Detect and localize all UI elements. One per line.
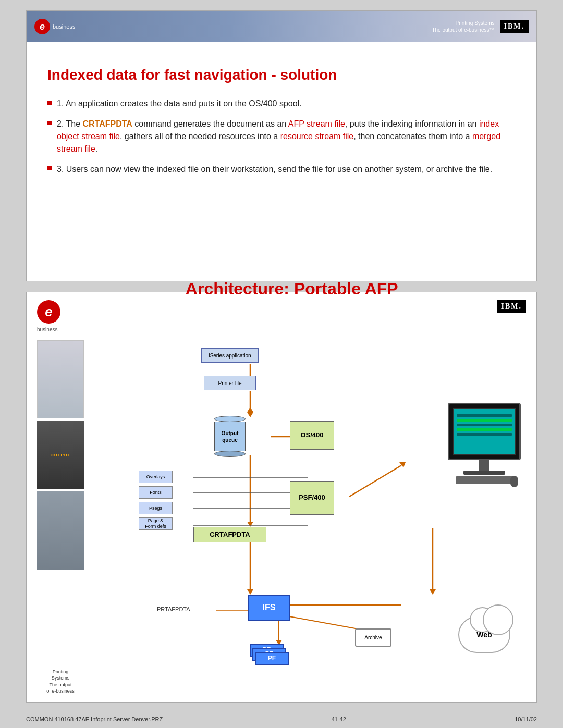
screen-content — [457, 414, 512, 438]
monitor-screen — [448, 403, 521, 460]
svg-marker-24 — [247, 407, 253, 412]
prtafpdta-label: PRTAFPDTA — [157, 606, 190, 612]
crtafpdta-highlight: CRTAFPDTA — [83, 119, 132, 128]
screen-line-1 — [457, 414, 512, 417]
monitor — [448, 403, 521, 484]
afp-stream-highlight: AFP stream file — [288, 119, 345, 128]
strip-footer: Printing Systems The output of e-busines… — [37, 669, 84, 695]
cloud-shape: Web — [458, 616, 510, 653]
monitor-base — [463, 471, 505, 475]
pf-box-3: PF — [255, 652, 289, 665]
footer-left: COMMON 410168 47AE Infoprint Server Denv… — [26, 716, 163, 722]
diagram-area: OUTPUT Printing Systems The output of e-… — [37, 340, 526, 695]
svg-marker-14 — [247, 589, 253, 595]
slide2-ibm-logo: IBM. — [497, 300, 527, 313]
bullet-text-1: 1. An application creates the data and p… — [57, 97, 302, 110]
bullet-icon-3 — [47, 166, 52, 170]
output-queue-cylinder: Output queue — [214, 416, 246, 457]
strip-mid-image: OUTPUT — [37, 421, 84, 489]
strip-top-image — [37, 340, 84, 418]
screen-line-3 — [457, 424, 512, 426]
printer-file-box: Printer file — [204, 376, 256, 390]
header-content: e business Printing Systems The output o… — [27, 11, 536, 42]
slide2-header: e business Architecture: Portable AFP IB… — [37, 300, 526, 332]
slide1-title: Indexed data for fast navigation - solut… — [47, 66, 516, 84]
bullet-item-2: 2. The CRTAFPDTA command generates the d… — [47, 118, 516, 155]
e-logo-icon: e — [34, 19, 50, 34]
footer-center: 41-42 — [332, 716, 346, 722]
header-right: Printing Systems The output of e-busines… — [432, 20, 529, 33]
page-footer: COMMON 410168 47AE Infoprint Server Denv… — [26, 716, 537, 722]
svg-line-20 — [349, 465, 401, 497]
svg-marker-21 — [399, 462, 406, 467]
monitor-screen-inner — [453, 408, 516, 455]
overlays-box: Overlays — [139, 471, 173, 483]
bullet-text-3: 3. Users can now view the indexed file o… — [57, 163, 492, 176]
fonts-box: Fonts — [139, 486, 173, 499]
psf400-box: PSF/400 — [290, 481, 334, 515]
crtafpdta-box: CRTAFPDTA — [193, 527, 266, 542]
cyl-body: Output queue — [214, 422, 246, 451]
slide2-e-logo: e — [37, 300, 60, 324]
slide-1: e business Printing Systems The output o… — [26, 10, 537, 281]
ifs-box: IFS — [248, 595, 290, 621]
brand-text: business — [53, 23, 75, 30]
mouse — [510, 476, 518, 487]
bullet-item-1: 1. An application creates the data and p… — [47, 97, 516, 110]
cyl-bottom — [214, 451, 246, 457]
footer-right: 10/11/02 — [515, 716, 537, 722]
left-strip: OUTPUT Printing Systems The output of e-… — [37, 340, 84, 695]
web-label: Web — [476, 631, 492, 639]
cyl-top — [214, 416, 246, 422]
slide2-logo-area: e business — [37, 300, 60, 332]
archive-box: Archive — [355, 628, 391, 647]
svg-marker-23 — [430, 589, 436, 595]
os400-box: OS/400 — [290, 421, 334, 450]
iseries-app-box: iSeries application — [201, 348, 259, 363]
screen-line-5 — [457, 433, 512, 436]
psegs-box: Psegs — [139, 502, 173, 514]
bullet-icon-1 — [47, 101, 52, 105]
diagram-main: iSeries application Printer file Output … — [89, 340, 526, 695]
resource-stream-highlight: resource stream file — [280, 132, 354, 141]
svg-marker-7 — [247, 522, 253, 527]
slide-2: e business Architecture: Portable AFP IB… — [26, 292, 537, 703]
printing-systems-label: Printing Systems The output of e-busines… — [432, 20, 494, 33]
screen-line-2 — [457, 419, 512, 422]
monitor-stand — [479, 460, 489, 471]
keyboard — [456, 476, 513, 484]
strip-bot-image — [37, 491, 84, 570]
slide2-business: business — [37, 327, 57, 332]
ibm-logo: IBM. — [500, 20, 529, 33]
slide2-title: Architecture: Portable AFP — [186, 279, 398, 299]
svg-marker-3 — [247, 412, 253, 417]
bullet-list: 1. An application creates the data and p… — [47, 97, 516, 176]
slide1-header: e business Printing Systems The output o… — [27, 11, 536, 42]
page-form-box: Page & Form defs — [139, 517, 173, 530]
web-cloud: Web — [458, 616, 510, 653]
bullet-text-2: 2. The CRTAFPDTA command generates the d… — [57, 118, 516, 155]
bullet-icon-2 — [47, 121, 52, 125]
screen-line-4 — [457, 428, 512, 431]
bullet-item-3: 3. Users can now view the indexed file o… — [47, 163, 516, 176]
header-logo-area: e business — [34, 19, 75, 34]
slide1-content: Indexed data for fast navigation - solut… — [47, 66, 516, 176]
